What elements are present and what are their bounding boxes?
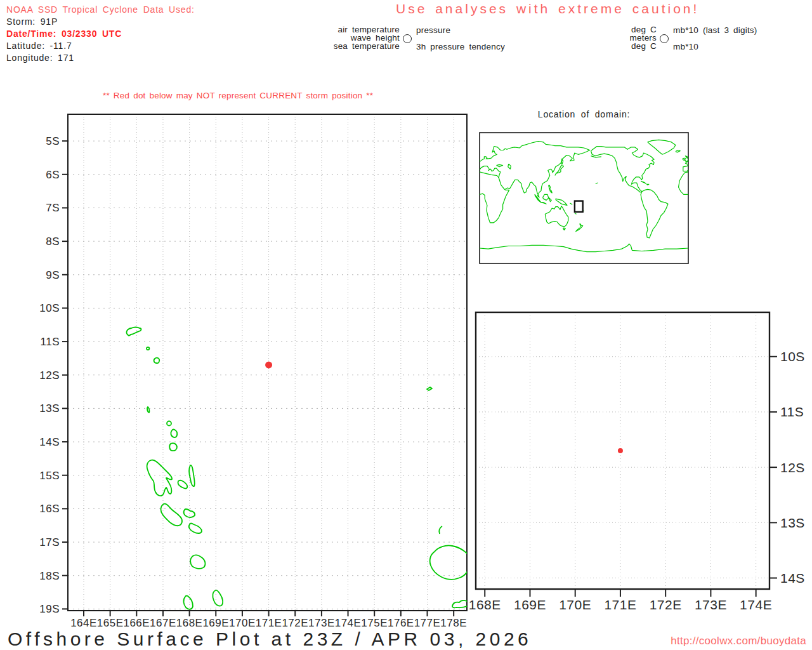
world-coastline <box>646 184 649 185</box>
world-coastline <box>575 213 577 214</box>
world-coastline <box>556 199 567 205</box>
x-tick-label: 176E <box>388 617 414 629</box>
x-tick-label: 171E <box>256 617 282 629</box>
coastline-island <box>169 443 177 451</box>
legend-pressure: pressure <box>416 26 450 34</box>
x-tick-label: 174E <box>740 597 772 612</box>
world-coastline <box>641 189 668 238</box>
coastline-island <box>213 590 223 606</box>
location-of-domain-label: Location of domain: <box>480 109 688 119</box>
x-tick-label: 177E <box>414 617 441 629</box>
y-tick-label: 10S <box>39 302 60 314</box>
coastline-island <box>452 600 468 608</box>
x-tick-label: 174E <box>335 617 362 629</box>
latitude-line: Latitude: -11.7 <box>6 40 195 52</box>
y-tick-label: 7S <box>46 202 60 214</box>
longitude-line: Longitude: 171 <box>6 52 195 64</box>
legend-pressure-tendency: 3h pressure tendency <box>416 43 505 51</box>
coastline-island <box>161 504 182 526</box>
legend-unit-degc-2: deg C <box>593 42 657 50</box>
y-tick-label: 10S <box>780 349 805 364</box>
station-circle-icon-units <box>660 34 669 43</box>
x-tick-label: 170E <box>229 617 256 629</box>
coastline-island <box>154 358 160 364</box>
world-coastline <box>476 156 480 162</box>
y-tick-label: 11S <box>41 336 60 348</box>
x-tick-label: 173E <box>695 597 727 612</box>
world-coastline <box>545 206 568 227</box>
x-tick-label: 164E <box>70 617 97 629</box>
coastline-island <box>167 421 171 426</box>
storm-position-dot <box>618 448 623 453</box>
world-coastline <box>480 244 688 252</box>
world-coastline <box>596 183 598 183</box>
x-tick-label: 165E <box>97 617 124 629</box>
y-tick-label: 14S <box>39 436 60 448</box>
plot-title: Offshore Surface Plot at 23Z / APR 03, 2… <box>8 628 532 650</box>
world-coastline <box>683 158 685 160</box>
world-coastline <box>641 182 646 183</box>
x-tick-label: 167E <box>150 617 176 629</box>
zoom-inset-axes: 168E169E170E171E172E173E174E10S11S12S13S… <box>469 312 805 612</box>
storm-position-dot <box>265 361 272 368</box>
world-coastline <box>591 147 655 192</box>
storm-info-block: NOAA SSD Tropical Cyclone Data Used: Sto… <box>6 4 195 64</box>
world-locator-map <box>467 133 799 263</box>
coastline-island <box>147 407 149 413</box>
world-coastline <box>570 203 573 204</box>
world-coastline <box>648 140 676 154</box>
world-coastline <box>549 185 552 193</box>
y-tick-label: 19S <box>39 603 60 615</box>
y-tick-label: 17S <box>39 536 60 548</box>
x-tick-label: 170E <box>559 597 591 612</box>
y-tick-label: 6S <box>46 169 60 181</box>
y-tick-label: 15S <box>39 470 60 482</box>
world-coastline <box>541 202 546 204</box>
x-tick-label: 178E <box>440 617 467 629</box>
world-coastline <box>474 158 476 160</box>
datetime-line: Date/Time: 03/2330 UTC <box>6 28 195 40</box>
world-coastline <box>543 194 549 200</box>
red-dot-warning: ** Red dot below may NOT represent CURRE… <box>103 91 373 100</box>
coastline-island <box>439 526 442 534</box>
coastline-island <box>183 595 193 609</box>
y-tick-label: 13S <box>780 515 805 530</box>
world-coastline <box>683 142 799 197</box>
y-tick-label: 9S <box>46 269 60 281</box>
domain-box-marker <box>575 201 583 212</box>
world-coastline <box>470 172 509 223</box>
legend-unit-names: deg C meters deg C <box>593 25 657 50</box>
coastline-island <box>427 387 432 390</box>
station-circle-icon <box>403 34 412 43</box>
x-tick-label: 168E <box>176 617 203 629</box>
world-coastline <box>563 228 566 230</box>
world-coastline <box>475 142 590 197</box>
world-coastline <box>679 172 718 223</box>
coastline-island <box>147 347 149 350</box>
y-tick-label: 14S <box>780 571 805 585</box>
x-tick-label: 175E <box>361 617 388 629</box>
world-coastline <box>555 166 564 176</box>
coastline-island <box>430 545 469 579</box>
world-coastline <box>576 228 580 232</box>
main-map-storm-marker <box>265 361 272 368</box>
y-tick-label: 13S <box>39 402 60 415</box>
x-tick-label: 169E <box>202 617 229 629</box>
y-tick-label: 12S <box>39 369 60 381</box>
world-coastline <box>549 197 552 202</box>
world-coastline <box>685 156 689 162</box>
x-tick-label: 172E <box>650 597 682 612</box>
coastline-island <box>178 481 188 489</box>
coastline-island <box>127 328 141 336</box>
world-coastline <box>475 166 501 178</box>
y-tick-label: 8S <box>46 235 60 248</box>
world-coastline <box>508 164 511 169</box>
x-tick-label: 172E <box>282 617 308 629</box>
y-tick-label: 18S <box>39 570 60 582</box>
caution-title: Use analyses with extreme caution! <box>396 1 699 17</box>
storm-id-line: Storm: 91P <box>6 16 195 28</box>
world-coastline <box>676 150 680 152</box>
legend-variable-names: air temperature wave height sea temperat… <box>273 25 400 50</box>
x-tick-label: 166E <box>123 617 150 629</box>
main-map-axes: 164E165E166E167E168E169E170E171E172E173E… <box>39 114 467 629</box>
